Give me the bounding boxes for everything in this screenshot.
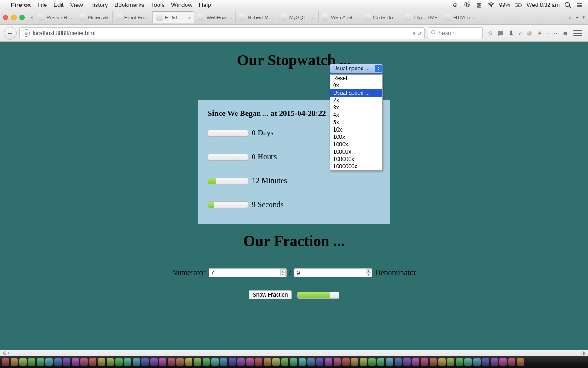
dock-app-icon[interactable] <box>194 358 201 366</box>
wifi-icon[interactable] <box>487 1 495 9</box>
dock-app-icon[interactable] <box>281 358 288 366</box>
dock-app-icon[interactable] <box>412 358 419 366</box>
dock-app-icon[interactable] <box>290 358 297 366</box>
dock-app-icon[interactable] <box>211 358 219 366</box>
tab-list-button[interactable]: ▾ <box>582 14 585 20</box>
dock-app-icon[interactable] <box>430 358 437 366</box>
new-tab-button[interactable]: + <box>576 15 579 20</box>
dock-app-icon[interactable] <box>447 358 454 366</box>
addon-button[interactable]: ⊕ › <box>3 351 9 356</box>
dock-app-icon[interactable] <box>473 358 481 366</box>
dock-app-icon[interactable] <box>272 358 280 366</box>
speed-select[interactable]: Usual speed ... <box>330 64 383 73</box>
dock-app-icon[interactable] <box>159 358 166 366</box>
search-box[interactable]: Search <box>428 27 483 39</box>
dock-app-icon[interactable] <box>517 358 524 366</box>
sync-icon[interactable]: ◉ <box>527 29 532 37</box>
dock-app-icon[interactable] <box>11 358 18 366</box>
menu-history[interactable]: History <box>90 1 108 8</box>
dock-app-icon[interactable] <box>150 358 158 366</box>
menu-edit[interactable]: Edit <box>53 1 63 8</box>
dock-app-icon[interactable] <box>28 358 35 366</box>
step-down-icon[interactable]: ▼ <box>280 273 286 276</box>
dock-app-icon[interactable] <box>334 358 341 366</box>
speed-option[interactable]: 0x <box>330 82 382 89</box>
toolbar-extra-icon[interactable]: ✦ <box>537 29 543 37</box>
reader-mode-icon[interactable]: ▾ <box>413 30 416 36</box>
dock-app-icon[interactable] <box>220 358 227 366</box>
browser-tab[interactable]: HTML…× <box>153 12 194 23</box>
dock-app-icon[interactable] <box>237 358 245 366</box>
speed-option[interactable]: Usual speed ... <box>330 89 382 97</box>
spotlight-icon[interactable] <box>564 1 571 9</box>
menu-bookmarks[interactable]: Bookmarks <box>114 1 144 8</box>
dock-app-icon[interactable] <box>368 358 376 366</box>
dock-app-icon[interactable] <box>464 358 472 366</box>
dock-app-icon[interactable] <box>203 358 210 366</box>
dock-app-icon[interactable] <box>176 358 184 366</box>
site-identity-icon[interactable]: ⊕ <box>23 29 30 37</box>
dock-app-icon[interactable] <box>45 358 53 366</box>
window-minimize-button[interactable] <box>11 15 17 20</box>
menu-tools[interactable]: Tools <box>151 1 164 8</box>
speed-option[interactable]: 100000x <box>330 155 382 163</box>
reload-button[interactable]: ⟳ <box>418 30 422 36</box>
window-close-button[interactable] <box>3 15 8 20</box>
step-up-icon[interactable]: ▲ <box>366 269 371 273</box>
downloads-icon[interactable]: ⬇ <box>509 29 514 37</box>
dock-app-icon[interactable] <box>482 358 489 366</box>
dock-app-icon[interactable] <box>325 358 332 366</box>
step-down-icon[interactable]: ▼ <box>366 273 371 276</box>
dock-app-icon[interactable] <box>316 358 323 366</box>
home-button[interactable]: ⌂ <box>519 29 522 37</box>
dock-app-icon[interactable] <box>456 358 463 366</box>
dock-app-icon[interactable] <box>307 358 315 366</box>
browser-tab[interactable]: WebHost… <box>194 12 236 23</box>
speed-option[interactable]: 3x <box>330 104 382 111</box>
toolbar-extra-icon[interactable]: • • <box>554 31 557 35</box>
dock-app-icon[interactable] <box>491 358 498 366</box>
dock-app-icon[interactable] <box>19 358 27 366</box>
dock-app-icon[interactable] <box>342 358 350 366</box>
toolbar-dropdown-icon[interactable]: ▾ <box>547 31 549 35</box>
menu-window[interactable]: Window <box>171 1 192 8</box>
speed-option[interactable]: 2x <box>330 97 382 104</box>
dock-app-icon[interactable] <box>185 358 192 366</box>
address-bar[interactable]: ⊕ localhost:8888/meter.html ▾ ⟳ <box>19 27 425 39</box>
dock-app-icon[interactable] <box>98 358 105 366</box>
tab-scroll-right-icon[interactable]: › <box>567 13 572 22</box>
dock-app-icon[interactable] <box>421 358 428 366</box>
browser-tab[interactable]: Code Do… <box>361 12 401 23</box>
denominator-input[interactable]: 9 ▲▼ <box>294 268 372 277</box>
dock-app-icon[interactable] <box>377 358 384 366</box>
dock-app-icon[interactable] <box>80 358 88 366</box>
statusbar-grip-icon[interactable]: ◑ <box>581 351 585 356</box>
back-button[interactable]: ← <box>4 27 17 40</box>
speed-option[interactable]: 1000x <box>330 141 382 148</box>
step-up-icon[interactable]: ▲ <box>280 269 286 273</box>
tab-scroll-left-icon[interactable]: ‹ <box>29 13 34 22</box>
dock-app-icon[interactable] <box>386 358 393 366</box>
browser-tab[interactable]: Front En… <box>113 12 153 23</box>
dock-app-icon[interactable] <box>72 358 79 366</box>
speed-option[interactable]: 1000000x <box>330 163 382 170</box>
menu-extra-icon[interactable]: ▧ <box>475 1 483 9</box>
dock-app-icon[interactable] <box>264 358 271 366</box>
menubar-app-name[interactable]: Firefox <box>11 1 31 8</box>
dock-app-icon[interactable] <box>499 358 507 366</box>
menu-button[interactable] <box>573 30 582 36</box>
dock-app-icon[interactable] <box>360 358 367 366</box>
speed-option[interactable]: 5x <box>330 119 382 126</box>
show-fraction-button[interactable]: Show Fraction <box>249 290 292 299</box>
dock-app-icon[interactable] <box>229 358 236 366</box>
menu-extra-icon[interactable]: ⊙ <box>452 1 459 9</box>
dock-app-icon[interactable] <box>246 358 254 366</box>
dock-app-icon[interactable] <box>89 358 96 366</box>
browser-tab[interactable]: MySQL ::… <box>277 12 319 23</box>
reading-list-icon[interactable]: ▤ <box>498 29 504 37</box>
dock-app-icon[interactable] <box>124 358 131 366</box>
speed-option[interactable]: 4x <box>330 111 382 119</box>
dock-app-icon[interactable] <box>107 358 114 366</box>
menubar-clock[interactable]: Wed 8:32 am <box>527 2 560 8</box>
browser-tab[interactable]: Robert M… <box>236 12 277 23</box>
